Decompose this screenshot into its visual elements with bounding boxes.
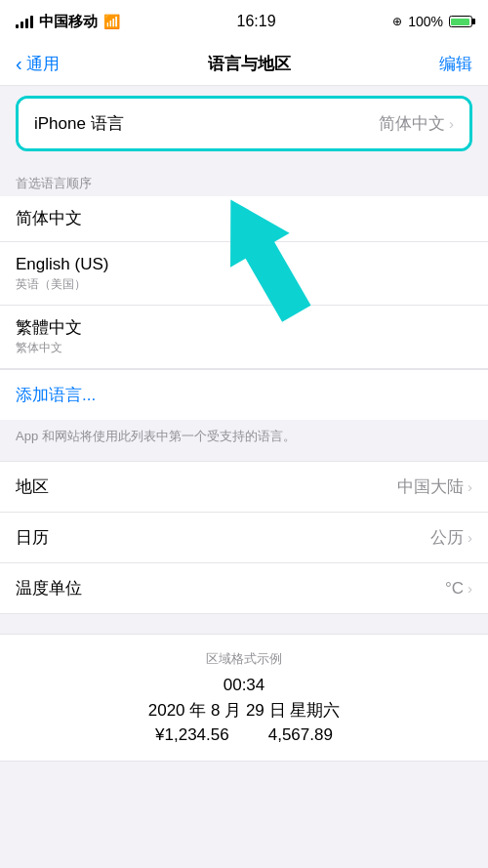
language-name: English (US) [16, 254, 472, 275]
calendar-value: 公历 › [430, 526, 472, 549]
format-time: 00:34 [16, 676, 472, 695]
chevron-right-icon: › [468, 478, 472, 495]
temperature-row[interactable]: 温度单位 °C › [0, 563, 488, 613]
status-time: 16:19 [237, 13, 276, 30]
preferred-order-header: 首选语言顺序 [0, 167, 488, 196]
chevron-right-icon: › [468, 529, 472, 546]
format-numbers: ¥1,234.56 4,567.89 [16, 725, 472, 745]
edit-button[interactable]: 编辑 [439, 53, 472, 75]
format-number2: 4,567.89 [268, 725, 333, 745]
calendar-current: 公历 [430, 526, 464, 549]
battery-icon [449, 16, 472, 27]
format-date: 2020 年 8 月 29 日 星期六 [16, 699, 472, 722]
temperature-current: °C [445, 579, 464, 599]
back-button[interactable]: ‹ 通用 [16, 53, 60, 75]
status-right: ⊕ 100% [392, 14, 472, 29]
chevron-right-icon: › [468, 580, 472, 597]
signal-icon [16, 16, 33, 28]
add-language-row[interactable]: 添加语言... [0, 369, 488, 420]
language-sub: 繁体中文 [16, 340, 472, 356]
region-label: 地区 [16, 475, 49, 498]
region-row[interactable]: 地区 中国大陆 › [0, 462, 488, 513]
list-item[interactable]: English (US) 英语（美国） [0, 242, 488, 306]
region-settings: 地区 中国大陆 › 日历 公历 › 温度单位 °C › [0, 461, 488, 614]
list-item[interactable]: 繁體中文 繁体中文 [0, 306, 488, 369]
language-name: 简体中文 [16, 208, 472, 229]
iphone-language-current: 简体中文 [379, 112, 445, 135]
battery-percent: 100% [408, 14, 443, 29]
iphone-language-section: iPhone 语言 简体中文 › [16, 96, 472, 151]
calendar-row[interactable]: 日历 公历 › [0, 513, 488, 563]
format-title: 区域格式示例 [16, 650, 472, 668]
charging-icon: ⊕ [392, 15, 402, 28]
format-example: 区域格式示例 00:34 2020 年 8 月 29 日 星期六 ¥1,234.… [0, 634, 488, 762]
language-description: App 和网站将使用此列表中第一个受支持的语言。 [0, 420, 488, 461]
format-number1: ¥1,234.56 [155, 725, 229, 745]
language-name: 繁體中文 [16, 317, 472, 339]
iphone-language-label: iPhone 语言 [34, 112, 124, 135]
iphone-language-row[interactable]: iPhone 语言 简体中文 › [19, 99, 469, 148]
temperature-label: 温度单位 [16, 577, 82, 599]
temperature-value: °C › [445, 579, 472, 599]
region-current: 中国大陆 [397, 475, 464, 498]
chevron-right-icon: › [449, 115, 454, 132]
status-carrier: 中国移动 📶 [16, 13, 120, 31]
list-item[interactable]: 简体中文 [0, 196, 488, 242]
iphone-language-value: 简体中文 › [379, 112, 454, 135]
language-list: 简体中文 English (US) 英语（美国） 繁體中文 繁体中文 添加语言.… [0, 196, 488, 420]
nav-bar: ‹ 通用 语言与地区 编辑 [0, 43, 488, 86]
language-sub: 英语（美国） [16, 276, 472, 293]
region-value: 中国大陆 › [397, 475, 472, 498]
add-language-label: 添加语言... [16, 386, 96, 404]
status-bar: 中国移动 📶 16:19 ⊕ 100% [0, 0, 488, 43]
calendar-label: 日历 [16, 526, 49, 549]
back-arrow-icon: ‹ [16, 54, 22, 73]
page-title: 语言与地区 [208, 53, 291, 75]
back-label: 通用 [26, 53, 60, 75]
wifi-icon: 📶 [103, 14, 120, 29]
content: iPhone 语言 简体中文 › 首选语言顺序 简体中文 English (US… [0, 86, 488, 771]
carrier-label: 中国移动 [39, 13, 98, 31]
